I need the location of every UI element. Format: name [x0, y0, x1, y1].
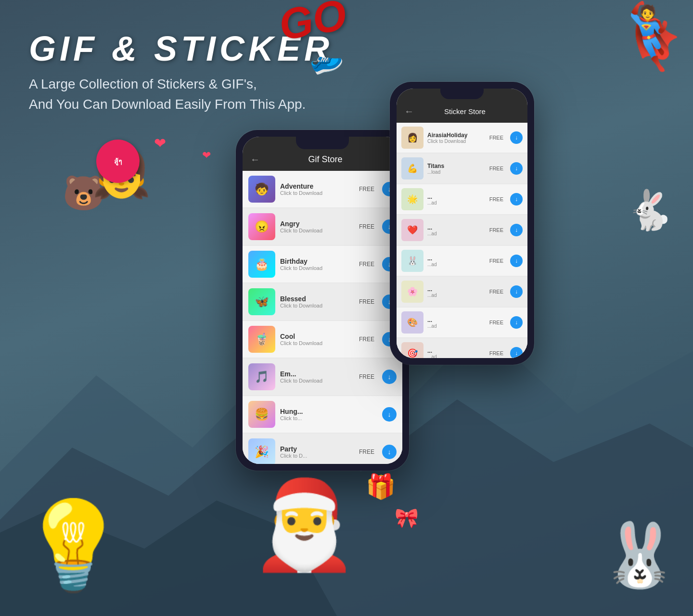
download-button[interactable]: ↓: [510, 224, 523, 236]
item-price: FREE: [489, 227, 503, 233]
list-item[interactable]: 🎉 Party Click to D... FREE ↓: [243, 434, 402, 464]
download-button[interactable]: ↓: [510, 285, 523, 298]
back-button[interactable]: ←: [250, 154, 260, 165]
download-button[interactable]: ↓: [510, 255, 523, 267]
sticker-info: ... ...ad: [427, 255, 486, 267]
list-item[interactable]: 🧋 Cool Click to Download FREE ↓: [243, 321, 402, 358]
item-subtitle: Click to Download: [280, 378, 354, 384]
item-thumbnail: 🦋: [248, 288, 275, 315]
item-info: Em... Click to Download: [280, 370, 354, 384]
item-info: Birthday Click to Download: [280, 257, 354, 271]
list-item[interactable]: 💪 Titans ...load FREE ↓: [397, 154, 527, 183]
gift-box-1: 🎁: [366, 473, 396, 500]
list-item[interactable]: 🌟 ... ...ad FREE ↓: [397, 184, 527, 214]
list-item[interactable]: 🎵 Em... Click to Download FREE ↓: [243, 359, 402, 395]
item-subtitle: Click to Download: [280, 228, 354, 233]
sticker-subtitle: ...ad: [427, 323, 486, 329]
item-price: FREE: [359, 336, 374, 343]
heart-decoration-2: ❤: [202, 149, 211, 162]
item-name: Cool: [280, 333, 354, 340]
item-price: FREE: [359, 449, 374, 455]
item-price: FREE: [489, 320, 503, 325]
sticker-name: ...: [427, 193, 486, 200]
download-button[interactable]: ↓: [510, 347, 523, 358]
sticker-name: ...: [427, 317, 486, 323]
item-name: Hung...: [280, 408, 370, 415]
item-price: FREE: [359, 373, 374, 380]
item-subtitle: Click to D...: [280, 453, 354, 459]
sticker-name: AirasiaHoliday: [427, 132, 486, 139]
item-thumbnail: 🧋: [248, 326, 275, 353]
sticker-thumbnail: 🐰: [401, 250, 424, 272]
list-item[interactable]: ❤️ ... ...ad FREE ↓: [397, 215, 527, 245]
sticker-name: ...: [427, 224, 486, 231]
sticker-thumbnail: 👩: [401, 127, 424, 149]
bunny-character: 🐰: [601, 519, 679, 592]
sticker-info: ... ...ad: [427, 193, 486, 205]
download-button[interactable]: ↓: [382, 445, 397, 459]
item-info: Cool Click to Download: [280, 333, 354, 346]
sticker-subtitle: ...ad: [427, 231, 486, 236]
list-item[interactable]: 🦋 Blessed Click to Download FREE ↓: [243, 283, 402, 320]
item-name: Birthday: [280, 257, 354, 265]
item-info: Hung... Click to...: [280, 408, 370, 421]
back-button-2[interactable]: ←: [404, 106, 414, 117]
download-button[interactable]: ↓: [510, 316, 523, 329]
phone1-notch: [296, 137, 349, 149]
sticker-name: ...: [427, 347, 486, 354]
item-price: FREE: [359, 298, 374, 305]
sticker-thumbnail: 💪: [401, 157, 424, 180]
item-price: FREE: [489, 196, 503, 202]
sticker-info: AirasiaHoliday Click to Download: [427, 132, 486, 144]
download-button[interactable]: ↓: [510, 131, 523, 144]
item-price: FREE: [489, 258, 503, 264]
item-name: Party: [280, 445, 354, 453]
list-item[interactable]: 😠 Angry Click to Download FREE ↓: [243, 208, 402, 245]
download-button[interactable]: ↓: [510, 193, 523, 205]
santa-character: 🎅: [250, 481, 359, 568]
download-button[interactable]: ↓: [510, 162, 523, 175]
sticker-subtitle: ...ad: [427, 262, 486, 267]
download-button[interactable]: ↓: [382, 407, 397, 422]
list-item[interactable]: 🎂 Birthday Click to Download FREE ↓: [243, 246, 402, 282]
item-subtitle: Click to Download: [280, 265, 354, 271]
gif-store-screen: ← Gif Store 🧒 Adventure Click to Downloa…: [243, 137, 402, 464]
sticker-name: ...: [427, 286, 486, 293]
list-item[interactable]: 👩 AirasiaHoliday Click to Download FREE …: [397, 123, 527, 153]
sticker-info: ... ...ad: [427, 317, 486, 329]
list-item[interactable]: 🧒 Adventure Click to Download FREE ↓: [243, 171, 402, 207]
item-name: Adventure: [280, 182, 354, 190]
item-subtitle: Click to Download: [280, 303, 354, 308]
sticker-name: ...: [427, 255, 486, 262]
item-price: FREE: [359, 186, 374, 192]
sticker-info: ... ...ad: [427, 347, 486, 359]
heart-decoration: ❤: [154, 135, 166, 152]
item-info: Party Click to D...: [280, 445, 354, 459]
item-thumbnail: 😠: [248, 213, 275, 240]
list-item[interactable]: 🐰 ... ...ad FREE ↓: [397, 246, 527, 276]
gif-store-list: 🧒 Adventure Click to Download FREE ↓ 😠 A…: [243, 171, 402, 464]
sticker-store-list: 👩 AirasiaHoliday Click to Download FREE …: [397, 123, 527, 358]
list-item[interactable]: 🎨 ... ...ad FREE ↓: [397, 308, 527, 337]
phones-container: ← Gif Store 🧒 Adventure Click to Downloa…: [236, 106, 409, 471]
gif-store-phone: ← Gif Store 🧒 Adventure Click to Downloa…: [236, 130, 409, 471]
list-item[interactable]: 🌸 ... ...ad FREE ↓: [397, 277, 527, 307]
sticker-info: ... ...ad: [427, 286, 486, 298]
sticker-subtitle: ...ad: [427, 200, 486, 205]
gif-store-title: Gif Store: [266, 154, 385, 165]
download-button[interactable]: ↓: [382, 370, 397, 384]
sticker-name: Titans: [427, 163, 486, 169]
item-price: FREE: [489, 289, 503, 295]
list-item[interactable]: 🍔 Hung... Click to... ↓: [243, 396, 402, 433]
sticker-thumbnail: 🌸: [401, 281, 424, 303]
item-thumbnail: 🎂: [248, 251, 275, 278]
sticker-thumbnail: 🎯: [401, 342, 424, 358]
list-item[interactable]: 🎯 ... ...ad FREE ↓: [397, 338, 527, 358]
item-info: Blessed Click to Download: [280, 295, 354, 308]
sticker-info: Titans ...load: [427, 163, 486, 175]
item-thumbnail: 🍔: [248, 401, 275, 428]
item-thumbnail: 🎵: [248, 363, 275, 390]
item-price: FREE: [489, 135, 503, 141]
sticker-thumbnail: 🎨: [401, 311, 424, 334]
lightbulb-character: 💡: [19, 495, 128, 597]
